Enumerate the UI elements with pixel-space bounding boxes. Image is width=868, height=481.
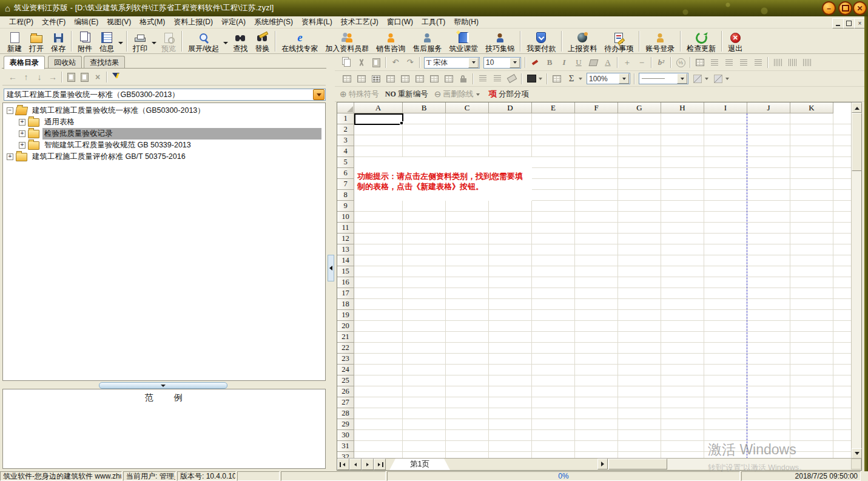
close-button[interactable]: ✕	[853, 1, 867, 15]
decrease-size-button[interactable]: −	[634, 56, 649, 69]
eraser-button[interactable]	[505, 73, 519, 85]
row-header[interactable]: 10	[337, 212, 354, 223]
combobox-dropdown-button[interactable]	[313, 89, 325, 100]
dropdown-arrow-icon[interactable]	[579, 78, 582, 82]
zoom-combobox[interactable]: 100%	[587, 73, 630, 84]
bold-button[interactable]: B	[542, 56, 557, 69]
row-header[interactable]: 23	[337, 354, 354, 365]
dropdown-arrow-icon[interactable]	[539, 78, 542, 82]
row-header[interactable]: 24	[337, 365, 354, 375]
column-header[interactable]: G	[618, 103, 661, 113]
italic-button[interactable]: I	[557, 56, 571, 69]
vertical-scrollbar[interactable]	[851, 103, 861, 459]
subdivision-button[interactable]: 项 分部分项	[488, 89, 529, 99]
print-button[interactable]: 打印	[129, 29, 151, 53]
delete-button[interactable]: ×	[91, 71, 104, 84]
row-header[interactable]: 22	[337, 343, 354, 354]
row-header[interactable]: 9	[337, 201, 354, 212]
move-right-button[interactable]: →	[46, 71, 59, 84]
row-header[interactable]: 5	[337, 157, 354, 168]
align-center-button[interactable]	[722, 56, 736, 69]
combobox-dropdown-button[interactable]	[619, 73, 629, 84]
row-header[interactable]: 3	[337, 135, 354, 146]
row-header[interactable]: 12	[337, 234, 354, 244]
row-header[interactable]: 1	[337, 113, 354, 124]
horizontal-splitter-handle[interactable]	[99, 382, 227, 389]
align-justify-button[interactable]	[751, 56, 765, 69]
move-up-button[interactable]: ↑	[19, 71, 33, 84]
copy-button[interactable]	[340, 56, 354, 69]
upload-data-button[interactable]: 上报资料	[564, 29, 601, 53]
row-header[interactable]: 6	[337, 168, 354, 179]
selected-cell-a1[interactable]	[354, 113, 403, 125]
menu-item[interactable]: 评定(A)	[217, 16, 250, 28]
split-cell-button[interactable]	[383, 73, 398, 85]
row-header[interactable]: 2	[337, 124, 354, 135]
vertical-text-center-button[interactable]	[785, 56, 799, 69]
collapse-icon[interactable]	[7, 107, 13, 114]
menu-item[interactable]: 窗口(W)	[383, 16, 417, 28]
tree-item[interactable]: 建筑工程施工质量评价标准 GB/T 50375-2016	[3, 151, 325, 163]
cell-area[interactable]: 功能提示：请点击左侧资料类别，找到您需要填 制的表格，点击《新建表格》按钮。	[354, 113, 851, 459]
column-header[interactable]: H	[661, 103, 704, 113]
row-header[interactable]: 21	[337, 332, 354, 343]
merge-cell-button[interactable]	[398, 73, 412, 85]
tree-item[interactable]: 建筑工程施工质量验收统一标准（GB50300-2013）	[3, 105, 325, 116]
delete-cell-button[interactable]	[354, 73, 369, 85]
font-color-button[interactable]: A	[601, 56, 615, 69]
table-fill-button[interactable]	[524, 73, 539, 85]
tab-form-catalog[interactable]: 表格目录	[4, 56, 45, 69]
menu-item[interactable]: 帮助(H)	[449, 16, 483, 28]
increase-size-button[interactable]: +	[620, 56, 634, 69]
prev-sheet-button[interactable]	[349, 459, 362, 470]
copy-table-button[interactable]	[442, 73, 456, 85]
last-sheet-button[interactable]	[374, 459, 386, 470]
open-button[interactable]: 打开	[25, 29, 47, 53]
column-header[interactable]: D	[489, 103, 532, 113]
increase-row-spacing-button[interactable]	[476, 73, 490, 85]
minimize-button[interactable]: –	[822, 1, 836, 15]
align-right-button[interactable]	[736, 56, 751, 69]
row-header[interactable]: 28	[337, 408, 354, 419]
renumber-button[interactable]: NO 重新编号	[385, 89, 428, 99]
row-header[interactable]: 14	[337, 255, 354, 266]
row-header[interactable]: 26	[337, 386, 354, 397]
fill-color-button[interactable]	[586, 56, 601, 69]
menu-item[interactable]: 资料上报(D)	[169, 16, 217, 28]
find-button[interactable]: 查找	[229, 29, 251, 53]
exit-button[interactable]: ✕退出	[724, 29, 746, 53]
dropdown-arrow-icon[interactable]	[476, 93, 480, 98]
paste-special-button[interactable]	[78, 71, 91, 84]
todo-button[interactable]: 待办事项	[601, 29, 637, 53]
cell-format-button[interactable]	[550, 73, 564, 85]
tree-item[interactable]: 通用表格	[3, 116, 325, 128]
row-header[interactable]: 7	[337, 179, 354, 190]
join-group-button[interactable]: 加入资料员群	[321, 29, 372, 53]
cell-form-button[interactable]	[693, 56, 707, 69]
special-symbol-button[interactable]: ⊕ 特殊符号	[340, 89, 379, 99]
fraction-button[interactable]: ⅓	[673, 56, 688, 69]
tab-recycle-bin[interactable]: 回收站	[48, 56, 82, 69]
cut-button[interactable]	[354, 56, 369, 69]
expand-icon[interactable]	[19, 142, 25, 149]
scroll-up-button[interactable]	[852, 103, 862, 113]
horizontal-scrollbar[interactable]	[597, 459, 851, 469]
menu-item[interactable]: 资料库(L)	[297, 16, 337, 28]
superscript-button[interactable]: b²	[654, 56, 668, 69]
tab-search-results[interactable]: 查找结果	[84, 56, 125, 69]
paste-button[interactable]	[64, 71, 78, 84]
menu-item[interactable]: 文件(F)	[38, 16, 70, 28]
new-button[interactable]: 新建	[4, 29, 25, 53]
splitter-collapse-handle[interactable]	[328, 255, 334, 281]
payment-button[interactable]: 我要付款	[523, 29, 559, 53]
menu-item[interactable]: 格式(M)	[135, 16, 169, 28]
scroll-down-button[interactable]	[852, 448, 862, 459]
vertical-splitter[interactable]	[326, 55, 335, 471]
tree-item[interactable]: 智能建筑工程质量验收规范 GB 50339-2013	[3, 140, 325, 151]
row-header[interactable]: 18	[337, 299, 354, 310]
row-header[interactable]: 30	[337, 430, 354, 441]
dropdown-arrow-icon[interactable]	[152, 42, 156, 47]
sales-consult-button[interactable]: 销售咨询	[372, 29, 409, 53]
row-header[interactable]: 20	[337, 321, 354, 332]
expand-icon[interactable]	[7, 153, 13, 160]
